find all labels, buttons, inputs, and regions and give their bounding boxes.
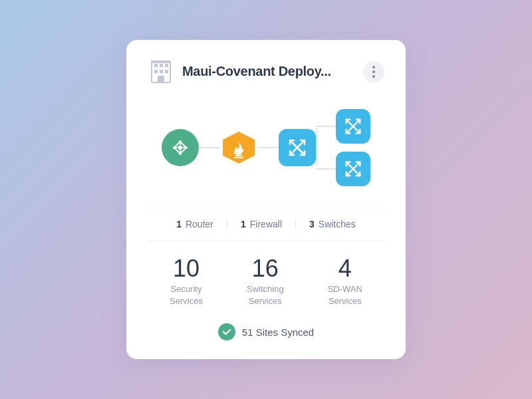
svg-rect-4 (154, 70, 158, 73)
connector-router-firewall (199, 147, 220, 148)
card-header: Maui-Covenant Deploy... (148, 59, 384, 85)
network-diagram (148, 104, 384, 192)
firewall-count: 1 (241, 219, 246, 229)
switches-stat: 3 Switches (296, 219, 369, 229)
switches-label: Switches (319, 219, 356, 229)
switching-count: 16 (252, 257, 279, 281)
svg-point-14 (173, 146, 176, 149)
router-node (162, 129, 199, 166)
svg-point-12 (179, 140, 182, 143)
svg-rect-1 (154, 64, 158, 67)
sites-synced-label: 51 Sites Synced (242, 327, 314, 338)
v-split-line (316, 128, 317, 165)
switch-top-node (336, 109, 370, 144)
security-services: 10 SecurityServices (170, 257, 203, 307)
switching-label: SwitchingServices (247, 283, 284, 307)
router-icon (171, 138, 190, 157)
svg-rect-3 (165, 64, 168, 67)
sdwan-services: 4 SD-WANServices (328, 257, 362, 307)
split-container (316, 109, 370, 186)
check-badge (218, 323, 235, 340)
svg-rect-6 (165, 70, 168, 73)
check-icon (222, 327, 231, 336)
firewall-node (220, 129, 257, 166)
connector-firewall-switch (257, 147, 279, 148)
svg-rect-8 (152, 61, 170, 63)
security-label: SecurityServices (170, 283, 203, 307)
switch-bottom-icon (344, 160, 362, 178)
firewall-stat: 1 Firewall (227, 219, 296, 229)
svg-rect-2 (160, 64, 163, 67)
switch-bottom-node (336, 152, 370, 186)
header-left: Maui-Covenant Deploy... (148, 59, 331, 85)
more-options-button[interactable] (363, 61, 384, 82)
dot-1 (372, 66, 375, 68)
dot-2 (372, 70, 375, 73)
router-count: 1 (176, 219, 182, 229)
svg-marker-16 (223, 132, 255, 164)
main-switch-icon (287, 138, 307, 158)
switches-count: 3 (309, 219, 315, 229)
stats-row: 1 Router 1 Firewall 3 Switches (148, 207, 384, 241)
svg-point-15 (185, 146, 188, 149)
switch-split (316, 109, 370, 186)
building-icon (148, 59, 174, 85)
sdwan-label: SD-WANServices (328, 283, 362, 307)
svg-point-13 (179, 152, 182, 155)
firewall-icon (220, 129, 257, 166)
h-line-top (316, 126, 336, 127)
deployment-card: Maui-Covenant Deploy... (126, 40, 406, 359)
sites-synced: 51 Sites Synced (148, 323, 384, 340)
router-stat: 1 Router (163, 219, 227, 229)
router-label: Router (186, 219, 213, 229)
card-title: Maui-Covenant Deploy... (182, 64, 331, 79)
svg-rect-5 (160, 70, 163, 73)
h-line-bottom (316, 168, 336, 170)
svg-rect-7 (158, 76, 164, 82)
switch-top-icon (344, 117, 362, 136)
firewall-label: Firewall (250, 219, 282, 229)
security-count: 10 (173, 257, 200, 281)
switching-services: 16 SwitchingServices (247, 257, 284, 307)
dot-3 (372, 75, 375, 78)
switch-top-row (316, 109, 370, 144)
switch-bottom-row (316, 152, 370, 186)
sdwan-count: 4 (338, 257, 352, 281)
services-row: 10 SecurityServices 16 SwitchingServices… (148, 257, 384, 307)
main-switch-node (279, 129, 316, 166)
